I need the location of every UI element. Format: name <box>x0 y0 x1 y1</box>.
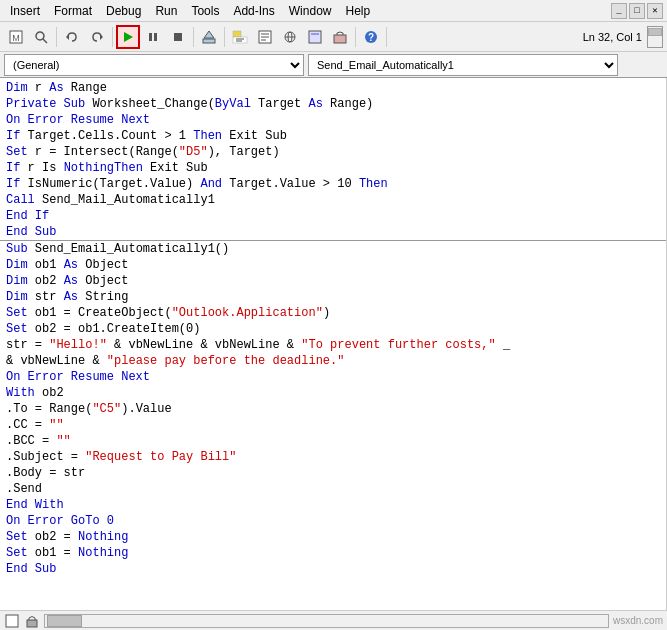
svg-rect-28 <box>6 615 18 627</box>
svg-rect-24 <box>311 33 319 35</box>
code-line: str = "Hello!" & vbNewLine & vbNewLine &… <box>0 337 666 353</box>
svg-rect-10 <box>203 39 215 43</box>
code-line: .Body = str <box>0 465 666 481</box>
svg-rect-29 <box>27 620 37 627</box>
svg-line-3 <box>43 39 47 43</box>
code-line: .BCC = "" <box>0 433 666 449</box>
code-line: Set ob1 = CreateObject("Outlook.Applicat… <box>0 305 666 321</box>
code-line: End If <box>0 208 666 224</box>
design-mode-button[interactable] <box>197 25 221 49</box>
code-line: Dim r As Range <box>0 80 666 96</box>
lock-icon <box>25 614 39 628</box>
code-line: Set ob1 = Nothing <box>0 545 666 561</box>
separator-1 <box>56 27 57 47</box>
properties-icon <box>257 29 273 45</box>
code-line: .To = Range("C5").Value <box>0 401 666 417</box>
code-line: .Subject = "Request to Pay Bill" <box>0 449 666 465</box>
code-editor[interactable]: Dim r As RangePrivate Sub Worksheet_Chan… <box>0 78 667 610</box>
separator-4 <box>224 27 225 47</box>
status-bar: wsxdn.com <box>0 610 667 630</box>
code-line: Sub Send_Email_Automatically1() <box>0 241 666 257</box>
svg-rect-23 <box>309 31 321 43</box>
svg-rect-7 <box>149 33 152 41</box>
svg-rect-13 <box>233 37 247 43</box>
svg-marker-11 <box>204 31 214 38</box>
toolbar: M <box>0 22 667 52</box>
code-line: If r Is Nothing Then Exit Sub <box>0 160 666 176</box>
code-line: Set r = Intersect(Range("D5"), Target) <box>0 144 666 160</box>
toolbox-button[interactable] <box>328 25 352 49</box>
svg-marker-6 <box>124 32 133 42</box>
project-explorer-button[interactable] <box>228 25 252 49</box>
find-button[interactable] <box>29 25 53 49</box>
menu-help[interactable]: Help <box>339 2 376 20</box>
svg-point-2 <box>36 32 44 40</box>
break-icon <box>145 29 161 45</box>
code-line: & vbNewLine & "please pay before the dea… <box>0 353 666 369</box>
svg-marker-5 <box>100 34 103 40</box>
userform-button[interactable] <box>303 25 327 49</box>
watermark: wsxdn.com <box>613 615 663 626</box>
procedure-dropdown[interactable]: Send_Email_Automatically1 <box>308 54 618 76</box>
code-line: Set ob2 = Nothing <box>0 529 666 545</box>
design-icon <box>201 29 217 45</box>
code-line: On Error Resume Next <box>0 112 666 128</box>
toolbar-scrollindicator <box>647 26 663 48</box>
menu-window[interactable]: Window <box>283 2 338 20</box>
code-line: Dim ob1 As Object <box>0 257 666 273</box>
status-icon-right <box>24 613 40 629</box>
menu-tools[interactable]: Tools <box>185 2 225 20</box>
find-icon <box>33 29 49 45</box>
svg-rect-25 <box>334 35 346 43</box>
menu-insert[interactable]: Insert <box>4 2 46 20</box>
vba-icon <box>5 614 19 628</box>
object-browser-button[interactable] <box>278 25 302 49</box>
dropdowns-row: (General) Send_Email_Automatically1 <box>0 52 667 78</box>
scope-dropdown[interactable]: (General) <box>4 54 304 76</box>
separator-6 <box>386 27 387 47</box>
code-line: End Sub <box>0 224 666 240</box>
menu-addins[interactable]: Add-Ins <box>227 2 280 20</box>
svg-rect-9 <box>174 33 182 41</box>
code-line: Dim str As String <box>0 289 666 305</box>
insert-module-button[interactable]: M <box>4 25 28 49</box>
menu-format[interactable]: Format <box>48 2 98 20</box>
horizontal-scrollbar[interactable] <box>44 614 609 628</box>
svg-rect-12 <box>233 31 241 37</box>
scrollbar-thumb <box>47 615 82 627</box>
reset-button[interactable] <box>166 25 190 49</box>
window-controls: _ □ ✕ <box>611 3 663 19</box>
svg-text:M: M <box>12 33 20 43</box>
break-button[interactable] <box>141 25 165 49</box>
maximize-button[interactable]: □ <box>629 3 645 19</box>
browser-icon <box>282 29 298 45</box>
close-button[interactable]: ✕ <box>647 3 663 19</box>
code-line: Private Sub Worksheet_Change(ByVal Targe… <box>0 96 666 112</box>
code-line: Call Send_Mail_Automatically1 <box>0 192 666 208</box>
code-line: End Sub <box>0 561 666 577</box>
code-line: If IsNumeric(Target.Value) And Target.Va… <box>0 176 666 192</box>
run-icon <box>120 29 136 45</box>
svg-rect-8 <box>154 33 157 41</box>
redo-button[interactable] <box>85 25 109 49</box>
userform-icon <box>307 29 323 45</box>
reset-icon <box>170 29 186 45</box>
properties-button[interactable] <box>253 25 277 49</box>
menu-bar: Insert Format Debug Run Tools Add-Ins Wi… <box>0 0 667 22</box>
help-icon: ? <box>363 29 379 45</box>
minimize-button[interactable]: _ <box>611 3 627 19</box>
explorer-icon <box>232 29 248 45</box>
run-button[interactable] <box>116 25 140 49</box>
help-button[interactable]: ? <box>359 25 383 49</box>
menu-run[interactable]: Run <box>149 2 183 20</box>
cursor-position: Ln 32, Col 1 <box>583 31 646 43</box>
code-line: On Error Resume Next <box>0 369 666 385</box>
code-line: .CC = "" <box>0 417 666 433</box>
menu-debug[interactable]: Debug <box>100 2 147 20</box>
code-line: On Error GoTo 0 <box>0 513 666 529</box>
code-line: If Target.Cells.Count > 1 Then Exit Sub <box>0 128 666 144</box>
undo-button[interactable] <box>60 25 84 49</box>
separator-2 <box>112 27 113 47</box>
code-line: Set ob2 = ob1.CreateItem(0) <box>0 321 666 337</box>
svg-marker-4 <box>66 34 69 40</box>
